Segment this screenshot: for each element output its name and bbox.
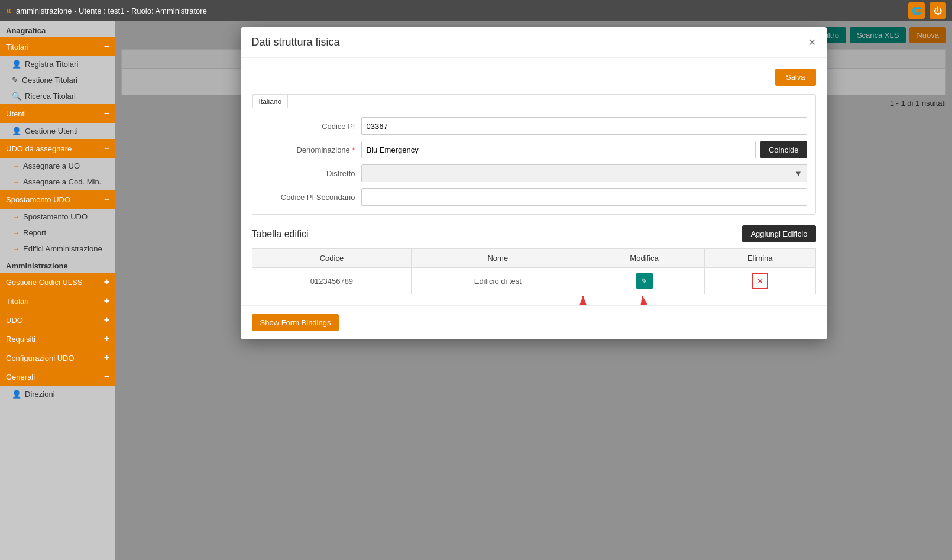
modal-footer: Show Form Bindings: [241, 305, 827, 339]
sidebar-group-titolari[interactable]: Titolari −: [0, 37, 115, 56]
sidebar-group-titolari-admin-toggle: +: [104, 296, 109, 306]
tabella-edifici-section: Tabella edifici Aggiungi Edificio Codice…: [252, 225, 816, 294]
sidebar-item-assegnare-cod-min[interactable]: → Assegnare a Cod. Min.: [0, 174, 115, 190]
form-row-codice-pf-secondario: Codice Pf Secondario: [252, 188, 807, 206]
sidebar-item-gestione-titolari[interactable]: ✎ Gestione Titolari: [0, 72, 115, 88]
edifici-row-modifica: ✎: [584, 268, 705, 294]
edifici-edit-button[interactable]: ✎: [636, 273, 653, 289]
sidebar-group-udo-admin-toggle: +: [104, 315, 109, 325]
sidebar-group-titolari-admin-label: Titolari: [6, 297, 29, 306]
sidebar-group-configurazioni-udo-toggle: +: [104, 352, 109, 363]
person-icon-2: 👤: [12, 127, 21, 135]
sidebar-item-registra-titolari-label: Registra Titolari: [25, 60, 78, 69]
sidebar-item-gestione-utenti[interactable]: 👤 Gestione Utenti: [0, 123, 115, 139]
modal-close-button[interactable]: ×: [809, 35, 816, 49]
sidebar-group-udo-assegnare-toggle: −: [104, 143, 109, 154]
distretto-select[interactable]: [361, 164, 807, 182]
main-content: Filtro Scarica XLS Nuova Modifica Elimin…: [115, 21, 952, 560]
power-icon-button[interactable]: ⏻: [930, 2, 946, 19]
topbar-left: « amministrazione - Utente : test1 - Ruo…: [6, 5, 207, 16]
edifici-col-nome: Nome: [412, 249, 584, 268]
sidebar-group-requisiti-toggle: +: [104, 334, 109, 344]
sidebar-item-ricerca-titolari[interactable]: 🔍 Ricerca Titolari: [0, 88, 115, 104]
person-icon: 👤: [12, 60, 21, 69]
amministrazione-section-title: Amministrazione: [0, 257, 115, 273]
sidebar-group-spostamento-udo[interactable]: Spostamento UDO −: [0, 190, 115, 209]
topbar-title: amministrazione - Utente : test1 - Ruolo…: [16, 7, 207, 15]
sidebar-item-assegnare-uo-label: Assegnare a UO: [23, 161, 80, 170]
sidebar-group-utenti-label: Utenti: [6, 109, 26, 118]
form-label-codice-pf: Codice Pf: [261, 122, 361, 131]
arrow-icon-2: →: [12, 177, 20, 186]
topbar: « amministrazione - Utente : test1 - Ruo…: [0, 0, 952, 21]
sidebar-group-spostamento-udo-toggle: −: [104, 194, 109, 205]
sidebar-group-titolari-label: Titolari: [6, 43, 29, 51]
form-tab-italiano: Italiano: [252, 95, 289, 108]
sidebar-group-udo-assegnare-label: UDO da assegnare: [6, 144, 72, 153]
codice-pf-input[interactable]: [361, 117, 807, 135]
person-icon-3: 👤: [12, 390, 21, 399]
svg-line-2: [642, 296, 654, 305]
sidebar-group-generali-toggle: −: [104, 371, 109, 382]
sidebar-item-spostamento-udo-label: Spostamento UDO: [23, 212, 88, 221]
form-label-denominazione: Denominazione *: [261, 145, 361, 154]
topbar-arrow-icon: «: [6, 5, 11, 16]
coincide-button[interactable]: Coincide: [760, 141, 807, 158]
sidebar-group-utenti[interactable]: Utenti −: [0, 104, 115, 123]
sidebar-group-requisiti-label: Requisiti: [6, 335, 35, 344]
modal-salva-row: Salva: [252, 69, 816, 86]
codice-pf-secondario-input[interactable]: [361, 188, 807, 206]
edit-icon: ✎: [12, 76, 18, 85]
sidebar-item-edifici-amministrazione[interactable]: → Edifici Amministrazione: [0, 241, 115, 257]
edifici-col-modifica: Modifica: [584, 249, 705, 268]
sidebar-group-generali[interactable]: Generali −: [0, 367, 115, 386]
sidebar-group-generali-label: Generali: [6, 373, 35, 381]
show-form-bindings-button[interactable]: Show Form Bindings: [252, 314, 339, 331]
form-row-distretto: Distretto ▼: [252, 164, 807, 182]
sidebar-group-udo-assegnare[interactable]: UDO da assegnare −: [0, 139, 115, 158]
main-layout: Anagrafica Titolari − 👤 Registra Titolar…: [0, 21, 952, 560]
arrow-icon-5: →: [12, 244, 20, 253]
modal-title: Dati struttura fisica: [252, 36, 340, 48]
sidebar-item-report-label: Report: [23, 228, 46, 237]
globe-icon-button[interactable]: 🌐: [908, 2, 925, 19]
sidebar-item-ricerca-titolari-label: Ricerca Titolari: [25, 92, 76, 101]
sidebar-group-requisiti[interactable]: Requisiti +: [0, 329, 115, 348]
sidebar-item-report[interactable]: → Report: [0, 225, 115, 241]
modal-body: Salva Italiano Codice Pf: [241, 58, 827, 305]
sidebar-group-configurazioni-udo-label: Configurazioni UDO: [6, 354, 75, 362]
edifici-col-elimina: Elimina: [704, 249, 815, 268]
form-row-codice-pf: Codice Pf: [252, 117, 807, 135]
sidebar-group-udo-admin-label: UDO: [6, 316, 23, 325]
sidebar-item-assegnare-uo[interactable]: → Assegnare a UO: [0, 158, 115, 174]
sidebar-group-configurazioni-udo[interactable]: Configurazioni UDO +: [0, 348, 115, 367]
edifici-row-elimina: ✕: [704, 268, 815, 294]
salva-button[interactable]: Salva: [775, 69, 816, 86]
edifici-col-codice: Codice: [252, 249, 412, 268]
arrow-icon-4: →: [12, 228, 20, 237]
tabella-header: Tabella edifici Aggiungi Edificio: [252, 225, 816, 242]
form-label-codice-pf-secondario: Codice Pf Secondario: [261, 193, 361, 202]
sidebar-item-registra-titolari[interactable]: 👤 Registra Titolari: [0, 56, 115, 72]
sidebar-group-spostamento-udo-label: Spostamento UDO: [6, 195, 70, 204]
form-section: Italiano Codice Pf Denominazione *: [252, 94, 816, 215]
edifici-row-nome: Edificio di test: [412, 268, 584, 294]
sidebar-group-gestione-codici-ulss-label: Gestione Codici ULSS: [6, 278, 82, 287]
sidebar-group-titolari-admin[interactable]: Titolari +: [0, 292, 115, 310]
sidebar-group-gestione-codici-ulss[interactable]: Gestione Codici ULSS +: [0, 273, 115, 292]
arrow-icon-1: →: [12, 161, 20, 170]
aggiungi-edificio-button[interactable]: Aggiungi Edificio: [742, 225, 815, 242]
form-row-denominazione: Denominazione * Coincide: [252, 141, 807, 158]
sidebar-group-utenti-toggle: −: [104, 108, 109, 119]
edifici-delete-button[interactable]: ✕: [752, 273, 768, 289]
search-icon: 🔍: [12, 92, 21, 101]
sidebar-item-spostamento-udo[interactable]: → Spostamento UDO: [0, 209, 115, 225]
sidebar-item-direzioni[interactable]: 👤 Direzioni: [0, 386, 115, 402]
modal-dialog: Dati struttura fisica × Salva Italiano: [241, 27, 827, 339]
sidebar-group-udo-admin[interactable]: UDO +: [0, 310, 115, 329]
sidebar: Anagrafica Titolari − 👤 Registra Titolar…: [0, 21, 115, 560]
edifici-table-header-row: Codice Nome Modifica Elimina: [252, 249, 815, 268]
modal-overlay: Dati struttura fisica × Salva Italiano: [115, 21, 952, 560]
sidebar-group-gestione-codici-ulss-toggle: +: [104, 277, 109, 287]
denominazione-input[interactable]: [361, 141, 756, 158]
